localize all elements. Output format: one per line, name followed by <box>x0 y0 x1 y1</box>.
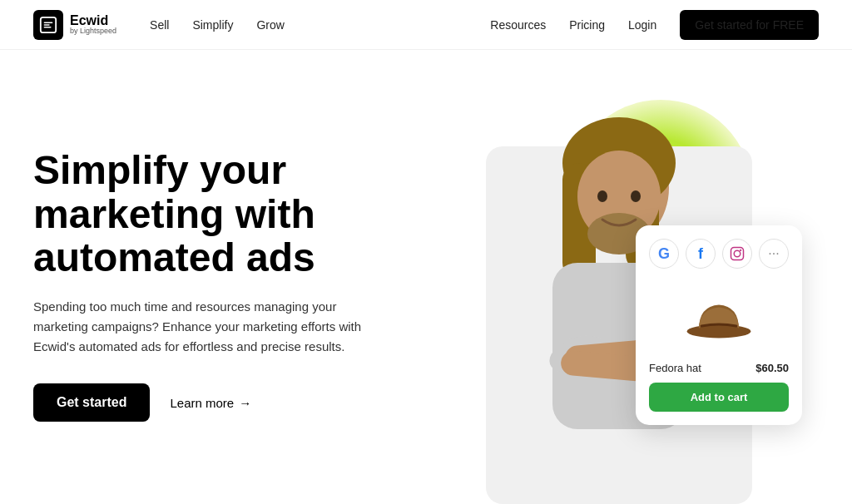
navbar: Ecwid by Lightspeed Sell Simplify Grow R… <box>0 0 852 50</box>
product-name: Fedora hat <box>649 362 701 374</box>
nav-right-links: Resources Pricing Login Get started for … <box>490 10 819 40</box>
facebook-icon[interactable]: f <box>686 239 716 269</box>
svg-point-16 <box>734 250 741 257</box>
add-to-cart-button[interactable]: Add to cart <box>649 383 789 412</box>
hero-section: Simplify your marketing with automated a… <box>0 50 852 504</box>
hero-content: Simplify your marketing with automated a… <box>33 149 433 422</box>
svg-point-13 <box>597 190 607 202</box>
nav-simplify[interactable]: Simplify <box>192 18 233 32</box>
learn-more-text: Learn more <box>170 396 234 410</box>
svg-rect-15 <box>731 248 744 260</box>
logo[interactable]: Ecwid by Lightspeed <box>33 10 116 40</box>
hero-buttons: Get started Learn more → <box>33 383 433 422</box>
instagram-icon[interactable] <box>722 239 752 269</box>
nav-sell[interactable]: Sell <box>150 18 169 32</box>
ecwid-logo-svg <box>39 16 57 34</box>
logo-icon <box>33 10 63 40</box>
svg-point-17 <box>740 250 741 251</box>
logo-name: Ecwid <box>70 13 116 28</box>
hat-svg <box>686 291 752 341</box>
learn-more-link[interactable]: Learn more → <box>170 396 251 410</box>
nav-left-links: Sell Simplify Grow <box>150 18 285 32</box>
learn-more-arrow: → <box>239 396 251 410</box>
product-info-row: Fedora hat $60.50 <box>649 362 789 374</box>
hero-visual: G f ··· <box>433 67 819 504</box>
nav-login[interactable]: Login <box>628 18 656 32</box>
google-icon[interactable]: G <box>649 239 679 269</box>
product-image <box>649 279 789 353</box>
svg-point-14 <box>631 190 641 202</box>
product-price: $60.50 <box>755 362 789 374</box>
logo-text: Ecwid by Lightspeed <box>70 13 116 36</box>
nav-cta-button[interactable]: Get started for FREE <box>680 10 819 40</box>
hero-subtitle: Spending too much time and resources man… <box>33 297 383 357</box>
hero-title: Simplify your marketing with automated a… <box>33 149 433 280</box>
platform-icons: G f ··· <box>649 239 789 269</box>
nav-resources[interactable]: Resources <box>490 18 546 32</box>
more-platforms-dots[interactable]: ··· <box>759 239 789 269</box>
logo-sub: by Lightspeed <box>70 27 116 36</box>
nav-grow[interactable]: Grow <box>256 18 284 32</box>
product-card: G f ··· <box>636 225 802 425</box>
get-started-button[interactable]: Get started <box>33 383 150 422</box>
nav-pricing[interactable]: Pricing <box>569 18 605 32</box>
